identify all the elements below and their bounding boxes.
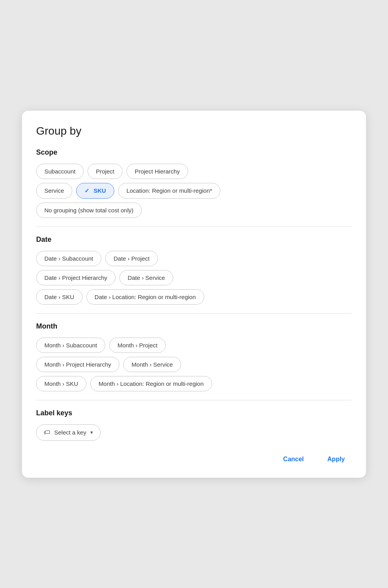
month-section: Month ✓ Month › Subaccount ✓ Month › Pro… [36,322,352,391]
dropdown-arrow-icon: ▾ [90,429,93,435]
scope-section-title: Scope [36,148,352,157]
chip-month-location[interactable]: ✓ Month › Location: Region or multi-regi… [90,376,212,391]
chip-month-project[interactable]: ✓ Month › Project [109,338,166,353]
divider-month-labelkeys [36,400,352,400]
chip-month-subaccount[interactable]: ✓ Month › Subaccount [36,338,105,353]
date-chips-row3: ✓ Date › SKU ✓ Date › Location: Region o… [36,289,352,305]
chip-date-project[interactable]: ✓ Date › Project [105,251,158,266]
label-keys-section-title: Label keys [36,409,352,417]
scope-chips-row3: ✓ No grouping (show total cost only) [36,203,352,218]
divider-scope-date [36,226,352,227]
chip-project-hierarchy[interactable]: ✓ Project Hierarchy [126,164,188,179]
chip-sku[interactable]: ✓ SKU [76,183,114,199]
date-section-title: Date [36,236,352,244]
divider-date-month [36,313,352,314]
month-section-title: Month [36,322,352,331]
cancel-button[interactable]: Cancel [276,452,311,467]
chip-no-grouping[interactable]: ✓ No grouping (show total cost only) [36,203,142,218]
chip-date-location[interactable]: ✓ Date › Location: Region or multi-regio… [86,289,204,305]
tag-icon: 🏷 [44,429,50,436]
chip-project[interactable]: ✓ Project [88,164,123,179]
chip-month-sku[interactable]: ✓ Month › SKU [36,376,86,391]
scope-chips-row2: ✓ Service ✓ SKU ✓ Location: Region or mu… [36,183,352,199]
month-chips-row3: ✓ Month › SKU ✓ Month › Location: Region… [36,376,352,391]
chip-month-service[interactable]: ✓ Month › Service [123,357,181,372]
dialog-footer: Cancel Apply [36,452,352,467]
group-by-dialog: Group by Scope ✓ Subaccount ✓ Project ✓ … [22,111,366,478]
chip-date-service[interactable]: ✓ Date › Service [119,270,173,285]
chip-date-sku[interactable]: ✓ Date › SKU [36,289,82,305]
label-keys-section: Label keys 🏷 Select a key ▾ [36,409,352,441]
date-section: Date ✓ Date › Subaccount ✓ Date › Projec… [36,236,352,305]
month-chips-row1: ✓ Month › Subaccount ✓ Month › Project [36,338,352,353]
chip-date-subaccount[interactable]: ✓ Date › Subaccount [36,251,101,266]
checkmark-sku: ✓ [84,187,90,194]
chip-location-region[interactable]: ✓ Location: Region or multi-region* [118,183,220,199]
chip-subaccount[interactable]: ✓ Subaccount [36,164,84,179]
chip-month-project-hierarchy[interactable]: ✓ Month › Project Hierarchy [36,357,119,372]
month-chips-row2: ✓ Month › Project Hierarchy ✓ Month › Se… [36,357,352,372]
date-chips-row1: ✓ Date › Subaccount ✓ Date › Project [36,251,352,266]
select-key-button[interactable]: 🏷 Select a key ▾ [36,424,101,441]
select-key-label: Select a key [54,429,86,436]
chip-date-project-hierarchy[interactable]: ✓ Date › Project Hierarchy [36,270,115,285]
dialog-title: Group by [36,125,352,137]
apply-button[interactable]: Apply [320,452,352,467]
scope-chips-row1: ✓ Subaccount ✓ Project ✓ Project Hierarc… [36,164,352,179]
chip-service[interactable]: ✓ Service [36,183,72,199]
date-chips-row2: ✓ Date › Project Hierarchy ✓ Date › Serv… [36,270,352,285]
scope-section: Scope ✓ Subaccount ✓ Project ✓ Project H… [36,148,352,218]
